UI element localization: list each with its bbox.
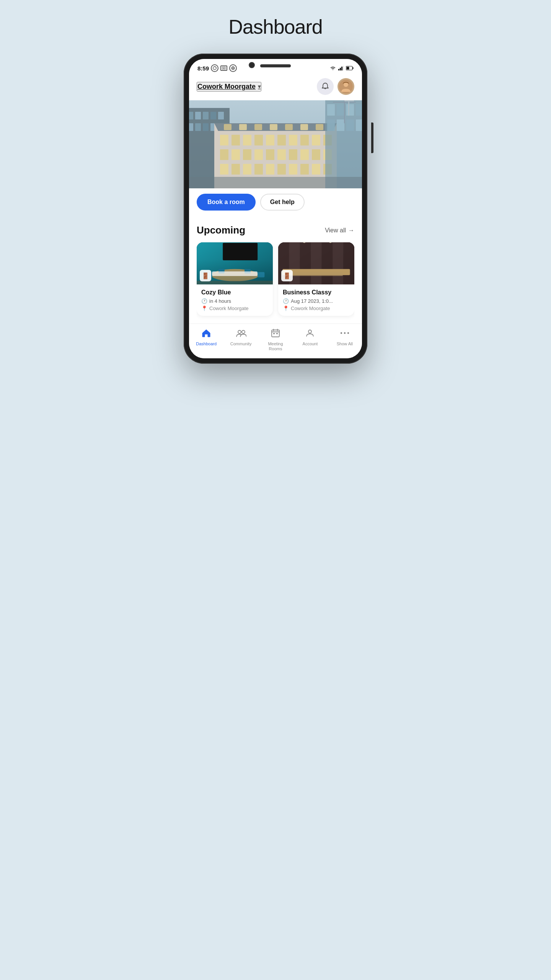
location-name: Cowork Moorgate — [197, 83, 256, 91]
location-selector[interactable]: Cowork Moorgate ▾ — [197, 82, 261, 91]
svg-point-110 — [308, 330, 311, 333]
svg-rect-96 — [333, 242, 343, 284]
upcoming-title: Upcoming — [197, 224, 245, 236]
svg-rect-19 — [203, 112, 209, 119]
svg-point-14 — [344, 82, 348, 87]
svg-rect-36 — [220, 135, 228, 145]
svg-rect-21 — [218, 112, 224, 119]
svg-rect-20 — [210, 112, 216, 119]
nav-meeting-rooms-label: MeetingRooms — [268, 341, 283, 351]
svg-rect-74 — [356, 119, 362, 131]
status-icon-3 — [229, 64, 237, 72]
calendar-icon — [271, 328, 280, 340]
bottom-nav: Dashboard Community — [189, 323, 362, 358]
svg-rect-59 — [254, 164, 263, 175]
status-left: 8:59 — [197, 64, 237, 72]
svg-point-112 — [344, 332, 346, 334]
svg-rect-42 — [289, 135, 297, 145]
card-name-1: Cozy Blue — [201, 289, 268, 296]
room-icon-1: 🚪 — [200, 270, 211, 281]
svg-rect-70 — [356, 104, 362, 116]
card-location-1: 📍 Cowork Moorgate — [201, 305, 268, 311]
svg-rect-24 — [203, 123, 209, 131]
svg-rect-104 — [272, 330, 279, 337]
status-icon-1 — [211, 64, 218, 72]
svg-rect-53 — [300, 149, 309, 160]
view-all-label: View all — [325, 227, 346, 234]
clock-icon-2: 🕐 — [283, 298, 289, 304]
nav-show-all[interactable]: Show All — [328, 328, 362, 351]
svg-rect-61 — [277, 164, 286, 175]
nav-show-all-label: Show All — [337, 341, 353, 346]
svg-rect-78 — [348, 100, 349, 116]
status-right — [330, 66, 354, 70]
phone-side-button — [371, 122, 373, 153]
svg-rect-95 — [322, 242, 333, 284]
svg-rect-77 — [189, 177, 362, 188]
user-avatar-button[interactable] — [337, 78, 354, 95]
svg-rect-39 — [254, 135, 263, 145]
svg-rect-31 — [254, 124, 262, 130]
svg-rect-40 — [266, 135, 274, 145]
page-title: Dashboard — [228, 15, 322, 38]
nav-dashboard-label: Dashboard — [196, 341, 217, 346]
svg-rect-52 — [289, 149, 297, 160]
svg-rect-54 — [312, 149, 320, 160]
svg-rect-56 — [220, 164, 228, 175]
card-location-2: 📍 Cowork Moorgate — [283, 305, 350, 311]
phone-frame: 8:59 — [184, 54, 367, 364]
get-help-button[interactable]: Get help — [260, 194, 305, 211]
card-time-text-2: Aug 17 2023, 1:0... — [291, 298, 333, 304]
svg-point-113 — [347, 332, 349, 334]
svg-rect-60 — [266, 164, 274, 175]
upcoming-section: Upcoming View all → — [189, 217, 362, 323]
svg-rect-48 — [243, 149, 251, 160]
svg-rect-57 — [231, 164, 240, 175]
card-time-1: 🕐 in 4 hours — [201, 298, 268, 304]
svg-rect-82 — [223, 243, 258, 260]
svg-rect-33 — [285, 124, 293, 130]
card-image-1: 🚪 — [197, 242, 273, 284]
room-card-2[interactable]: 🚪 Business Classy 🕐 Aug 17 2023, 1:0... … — [278, 242, 354, 316]
svg-rect-86 — [218, 269, 225, 273]
account-icon — [305, 328, 315, 340]
svg-rect-38 — [243, 135, 251, 145]
svg-rect-87 — [245, 269, 251, 273]
svg-rect-9 — [343, 66, 344, 70]
svg-point-103 — [242, 330, 245, 333]
svg-rect-72 — [337, 119, 344, 131]
svg-rect-18 — [195, 112, 201, 119]
svg-rect-8 — [341, 67, 342, 70]
svg-rect-73 — [346, 119, 354, 131]
svg-rect-2 — [223, 68, 225, 69]
community-icon — [236, 328, 246, 340]
svg-rect-11 — [353, 67, 354, 69]
svg-rect-69 — [346, 104, 354, 116]
notifications-button[interactable] — [317, 78, 334, 95]
svg-rect-22 — [189, 123, 193, 131]
signal-icon — [338, 66, 344, 70]
svg-rect-85 — [258, 272, 264, 278]
cta-section: Book a room Get help — [189, 188, 362, 217]
nav-community[interactable]: Community — [223, 328, 258, 351]
svg-rect-30 — [239, 124, 247, 130]
room-card-1[interactable]: 🚪 Cozy Blue 🕐 in 4 hours 📍 Cowork Moorga… — [197, 242, 273, 316]
nav-account[interactable]: Account — [293, 328, 327, 351]
bell-icon — [321, 82, 329, 91]
home-icon — [201, 328, 211, 340]
svg-rect-58 — [243, 164, 251, 175]
nav-meeting-rooms[interactable]: MeetingRooms — [258, 328, 293, 351]
nav-dashboard[interactable]: Dashboard — [189, 328, 223, 351]
svg-rect-79 — [344, 100, 354, 101]
book-room-button[interactable]: Book a room — [197, 194, 256, 211]
view-all-button[interactable]: View all → — [325, 227, 354, 234]
svg-rect-7 — [340, 68, 341, 70]
phone-screen: 8:59 — [189, 59, 362, 358]
svg-rect-32 — [270, 124, 277, 130]
svg-point-83 — [211, 269, 259, 281]
hero-image — [189, 100, 362, 188]
svg-rect-34 — [300, 124, 308, 130]
svg-rect-23 — [195, 123, 201, 131]
svg-rect-97 — [344, 242, 354, 284]
status-time: 8:59 — [197, 65, 209, 72]
